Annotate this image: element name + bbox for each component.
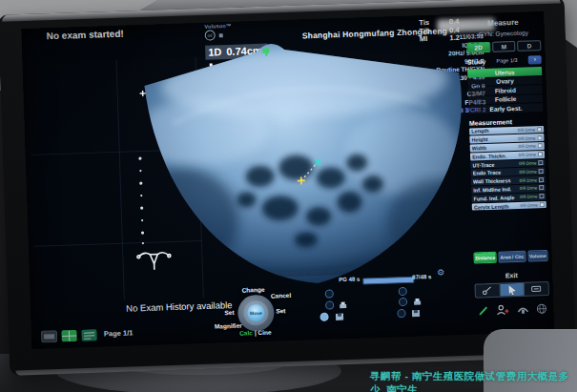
- caliper-tool-button[interactable]: [476, 284, 501, 298]
- save-icon: [335, 313, 343, 320]
- trackball-label-magnifier: Magnifier: [215, 322, 242, 330]
- pointer-tool-button[interactable]: [500, 283, 525, 297]
- measurement-checkbox[interactable]: [539, 194, 544, 198]
- cine-label: | Cine: [255, 329, 272, 337]
- next-page-button[interactable]: ›: [528, 55, 542, 64]
- tool-buttons: Distance Area / Circ Volume: [473, 250, 547, 264]
- tissue-texture: [118, 43, 484, 279]
- system-icon-row: [475, 303, 549, 317]
- network-globe-icon[interactable]: [536, 304, 546, 315]
- area-circ-button[interactable]: Area / Circ: [499, 251, 526, 263]
- probe-icon[interactable]: [517, 304, 528, 314]
- measurement-label: Height: [471, 135, 518, 143]
- measurement-status: 0/9 Done: [519, 153, 536, 158]
- measurement-checkbox[interactable]: [538, 152, 543, 156]
- single-view-layout-icon[interactable]: [41, 330, 57, 343]
- measurement-status: 0/9 Done: [520, 202, 537, 208]
- trackball-label-set-left: Set: [224, 309, 234, 316]
- volume-button[interactable]: Volume: [527, 250, 548, 262]
- watermark-text: 寻嗣帮 - 南宁生殖医院做试管费用大概是多少_南宁生: [370, 370, 577, 392]
- mode-tabs: 2D M D: [466, 40, 541, 53]
- quad-view-layout-icon[interactable]: [61, 329, 77, 342]
- measurement-label: Cervix Length: [474, 202, 521, 210]
- pencil-icon[interactable]: [478, 306, 488, 317]
- study-label: Study: [467, 58, 486, 66]
- measurement-checkbox[interactable]: [537, 135, 542, 140]
- uterus-body-marker: [137, 252, 172, 270]
- measurement-checkbox[interactable]: [538, 160, 543, 165]
- measurement-label: UT-Trace: [472, 161, 519, 169]
- photo-of-ultrasound-monitor: No exam started! Voluson™ GE 1D 0.74cm: [0, 0, 577, 392]
- ultrasound-image: [113, 28, 484, 306]
- p-button[interactable]: [397, 309, 405, 318]
- trackball-label-change: Change: [241, 286, 264, 294]
- trackball-label-set-right: Set: [276, 307, 285, 314]
- tab-d[interactable]: D: [517, 40, 541, 52]
- pointer-icon: [507, 285, 516, 295]
- brand-name: Voluson™: [204, 23, 231, 30]
- measurement-checkbox[interactable]: [539, 169, 544, 174]
- tab-2d[interactable]: 2D: [466, 42, 490, 53]
- study-list: Uterus Ovary Fibroid Follicle Early Gest…: [467, 67, 543, 113]
- measurement-label: Fund. Ind. Angle: [473, 195, 520, 202]
- trackball-label-calc-cine: Calc | Cine: [239, 329, 272, 337]
- measurement-status: 0/9 Done: [518, 135, 535, 141]
- measurement-checkbox[interactable]: [539, 186, 544, 191]
- calc-label: Calc: [239, 329, 253, 336]
- p-button[interactable]: [325, 300, 334, 309]
- depth-scale: [138, 156, 144, 244]
- measurement-label: Length: [471, 127, 518, 134]
- caliper-icon: [482, 286, 492, 295]
- annotation-icon: [531, 285, 542, 294]
- measure-panel: Measure GYN: Gynecology 2D M D Study Pag…: [465, 17, 549, 317]
- save-icon: [411, 309, 420, 317]
- measurement-checkbox[interactable]: [538, 144, 543, 149]
- tab-m[interactable]: M: [492, 41, 516, 52]
- measurement-checkbox[interactable]: [539, 177, 544, 182]
- printer-icon: [413, 298, 422, 305]
- study-item-early-gest[interactable]: Early Gest.: [468, 103, 543, 113]
- measurement-status: 0/9 Done: [520, 186, 537, 192]
- measurement-label: Width: [472, 144, 519, 152]
- distance-button[interactable]: Distance: [473, 252, 497, 264]
- patient-icon[interactable]: [497, 305, 509, 316]
- printer-icon: [339, 301, 347, 309]
- page-indicator: Page 1/1: [104, 328, 134, 338]
- measurement-checkbox[interactable]: [537, 127, 542, 132]
- measurement-row[interactable]: Cervix Length 0/9 Done: [472, 201, 546, 211]
- gear-icon[interactable]: ⚙: [437, 268, 444, 278]
- ultrasound-screen: No exam started! Voluson™ GE 1D 0.74cm: [21, 11, 554, 349]
- measurement-status: 0/9 Done: [518, 127, 535, 133]
- cine-total-label: 87/48 s: [412, 274, 431, 280]
- cursor-mode-group: [475, 281, 549, 299]
- study-row: Study Page 1/3 ›: [467, 53, 542, 68]
- measurement-status: 0/9 Done: [520, 195, 537, 200]
- p-button-active[interactable]: [319, 313, 328, 321]
- panel-subtitle: GYN: Gynecology: [466, 29, 541, 41]
- measurement-status: 0/9 Done: [519, 160, 536, 166]
- measurement-status: 0/9 Done: [518, 144, 535, 150]
- trackball-map[interactable]: Move: [237, 295, 275, 332]
- cine-elapsed-label: PG 48 s: [339, 277, 360, 283]
- measurement-status: 0/9 Done: [519, 169, 536, 175]
- trackball-label-cancel: Cancel: [271, 292, 292, 299]
- ultrasound-monitor: No exam started! Voluson™ GE 1D 0.74cm: [0, 0, 576, 376]
- exam-history-status: No Exam History available: [126, 299, 233, 314]
- measurement-label: Inf. Midline Ind.: [473, 186, 520, 194]
- measurement-label: Endo Trace: [473, 169, 520, 176]
- study-page-indicator: Page 1/3: [485, 57, 528, 64]
- measurement-label: Wall Thickness: [473, 177, 520, 185]
- exit-button[interactable]: Exit: [474, 271, 548, 280]
- report-layout-icon[interactable]: [81, 329, 97, 342]
- measurement-list: Length 0/9 Done Height 0/9 Done Width 0/…: [469, 126, 546, 212]
- p-button[interactable]: [399, 298, 407, 306]
- annotation-tool-button[interactable]: [525, 282, 548, 296]
- measurement-status: 0/9 Done: [520, 177, 537, 183]
- edge-marker: [140, 91, 146, 96]
- measurement-label: Endo. Thickn.: [472, 153, 519, 160]
- measurement-checkbox[interactable]: [540, 202, 545, 207]
